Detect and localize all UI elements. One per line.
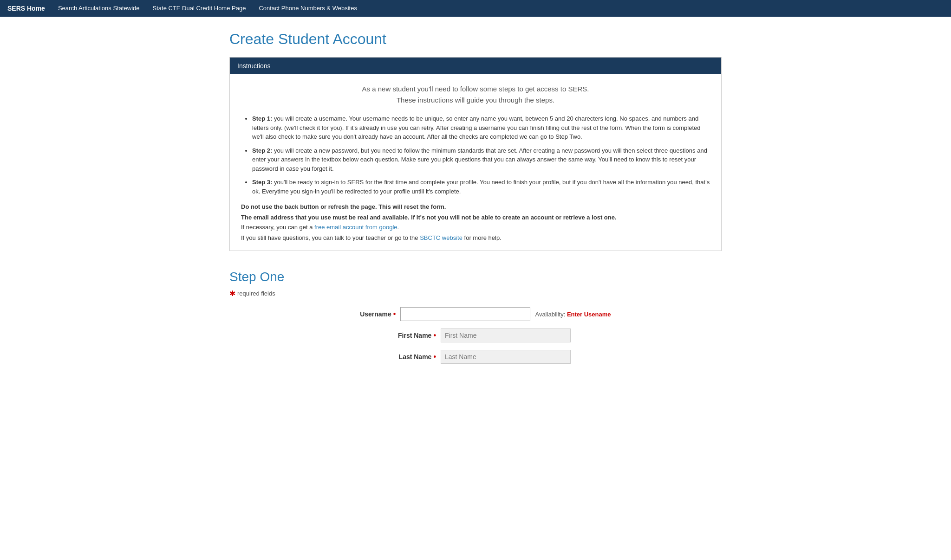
steps-list: Step 1: you will create a username. Your… bbox=[241, 114, 710, 196]
form-section: Username • Availability: Enter Usename F… bbox=[267, 307, 684, 364]
intro-line2: These instructions will guide you throug… bbox=[397, 96, 554, 104]
step-1-label: Step 1: bbox=[252, 115, 272, 122]
step-1-text: you will create a username. Your usernam… bbox=[252, 115, 700, 140]
instructions-body: As a new student you'll need to follow s… bbox=[230, 74, 721, 251]
step-2-label: Step 2: bbox=[252, 147, 272, 154]
lastname-label: Last Name • bbox=[380, 353, 441, 360]
main-nav: SERS Home Search Articulations Statewide… bbox=[0, 0, 951, 17]
nav-link-dual-credit[interactable]: State CTE Dual Credit Home Page bbox=[146, 0, 253, 17]
firstname-label: First Name • bbox=[380, 332, 441, 339]
step-1-item: Step 1: you will create a username. Your… bbox=[252, 114, 710, 142]
lastname-required-dot: • bbox=[433, 353, 436, 360]
page-title: Create Student Account bbox=[229, 31, 722, 48]
sbctc-note-prefix: If you still have questions, you can tal… bbox=[241, 234, 420, 241]
google-email-link[interactable]: free email account from google bbox=[314, 224, 397, 231]
warning-text: Do not use the back button or refresh th… bbox=[241, 203, 710, 210]
email-warning: The email address that you use must be r… bbox=[241, 214, 710, 221]
required-note: ✱ required fields bbox=[229, 289, 722, 298]
page-content: Create Student Account Instructions As a… bbox=[220, 17, 731, 385]
step-2-text: you will create a new password, but you … bbox=[252, 147, 707, 172]
instructions-intro: As a new student you'll need to follow s… bbox=[241, 84, 710, 106]
username-required-dot: • bbox=[393, 310, 396, 318]
step-3-label: Step 3: bbox=[252, 179, 272, 186]
firstname-row: First Name • bbox=[267, 328, 684, 342]
sbctc-note-suffix: for more help. bbox=[462, 234, 502, 241]
instructions-header: Instructions bbox=[230, 58, 721, 74]
lastname-input[interactable] bbox=[441, 350, 571, 364]
instructions-box: Instructions As a new student you'll nee… bbox=[229, 57, 722, 251]
username-label: Username • bbox=[340, 310, 400, 318]
intro-line1: As a new student you'll need to follow s… bbox=[362, 85, 589, 93]
step-one-title: Step One bbox=[229, 270, 722, 284]
step-3-text: you'll be ready to sign-in to SERS for t… bbox=[252, 179, 710, 195]
nav-link-search[interactable]: Search Articulations Statewide bbox=[52, 0, 146, 17]
availability-action: Enter Usename bbox=[567, 311, 611, 318]
username-input[interactable] bbox=[400, 307, 530, 321]
lastname-row: Last Name • bbox=[267, 350, 684, 364]
nav-brand[interactable]: SERS Home bbox=[7, 0, 52, 17]
nav-link-contact[interactable]: Contact Phone Numbers & Websites bbox=[252, 0, 363, 17]
step-2-item: Step 2: you will create a new password, … bbox=[252, 146, 710, 174]
required-asterisk-icon: ✱ bbox=[229, 289, 235, 298]
availability-text: Availability: Enter Usename bbox=[535, 311, 611, 318]
sbctc-note: If you still have questions, you can tal… bbox=[241, 234, 710, 241]
email-note-prefix: If necessary, you can get a bbox=[241, 224, 314, 231]
username-row: Username • Availability: Enter Usename bbox=[267, 307, 684, 321]
firstname-required-dot: • bbox=[433, 332, 436, 339]
required-label: required fields bbox=[237, 290, 275, 297]
step-3-item: Step 3: you'll be ready to sign-in to SE… bbox=[252, 178, 710, 196]
email-note: If necessary, you can get a free email a… bbox=[241, 224, 710, 231]
email-note-suffix: . bbox=[397, 224, 399, 231]
sbctc-link[interactable]: SBCTC website bbox=[420, 234, 462, 241]
firstname-input[interactable] bbox=[441, 328, 571, 342]
